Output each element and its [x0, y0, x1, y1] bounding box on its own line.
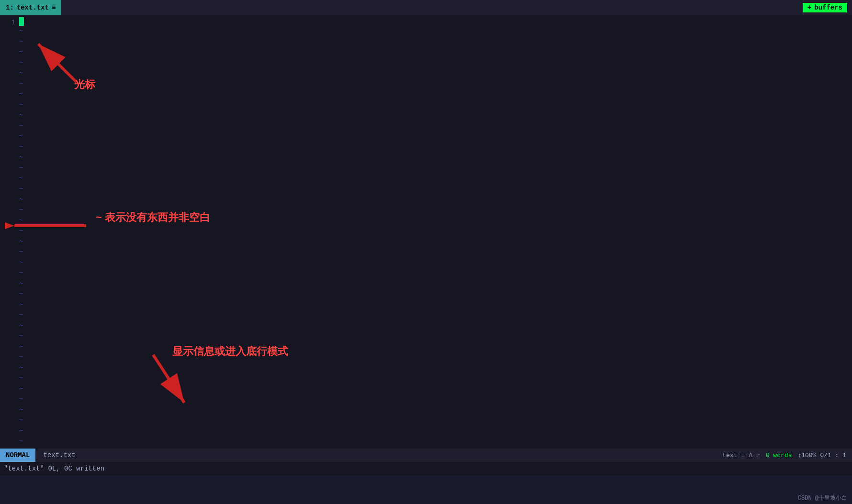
tab-left: 1: text.txt ≡: [0, 0, 61, 15]
status-words: 0 words: [764, 452, 794, 459]
tilde-line: ~: [19, 341, 852, 352]
editor-area[interactable]: 1 ~ ~ ~ ~ ~ ~ ~ ~ ~ ~ ~ ~ ~ ~ ~ ~ ~ ~ ~ …: [0, 15, 852, 449]
tilde-line: ~: [19, 57, 852, 68]
tilde-line: ~: [19, 184, 852, 194]
cursor-block: [19, 17, 24, 26]
tilde-line: ~: [19, 415, 852, 426]
tilde-line: ~: [19, 405, 852, 415]
tilde-line: ~: [19, 426, 852, 436]
tilde-line: ~: [19, 78, 852, 89]
status-filetype: text ≡: [722, 452, 745, 459]
tilde-line: ~: [19, 226, 852, 236]
tilde-line: ~: [19, 352, 852, 362]
tilde-line: ~: [19, 26, 852, 36]
tilde-line: ~: [19, 68, 852, 78]
tab-filename: text.txt: [17, 4, 49, 11]
tilde-line: ~: [19, 142, 852, 152]
cmd-line: "text.txt" 0L, 0C written: [0, 462, 852, 475]
tilde-line: ~: [19, 236, 852, 247]
tilde-line: ~: [19, 110, 852, 121]
status-mode: NORMAL: [0, 449, 35, 462]
status-percent: ↕100%: [797, 452, 816, 459]
status-line: NORMAL text.txt text ≡ Δ ⇌ 0 words ↕100%…: [0, 449, 852, 462]
tab-number: 1:: [6, 4, 14, 11]
tab-item[interactable]: 1: text.txt ≡: [0, 0, 61, 15]
tilde-line: ~: [19, 436, 852, 447]
tilde-line: ~: [19, 289, 852, 299]
tilde-line: ~: [19, 194, 852, 205]
tab-icon: ≡: [52, 4, 56, 11]
tilde-line: ~: [19, 47, 852, 57]
tilde-line: ~: [19, 89, 852, 99]
buffers-label: buffers: [814, 4, 842, 11]
tilde-line: ~: [19, 257, 852, 268]
filetype-text: text: [722, 452, 737, 459]
tilde-line: ~: [19, 163, 852, 173]
status-position: 0/1 : 1: [820, 452, 846, 459]
line-numbers: 1: [0, 15, 19, 449]
tilde-line: ~: [19, 383, 852, 394]
editor-content[interactable]: ~ ~ ~ ~ ~ ~ ~ ~ ~ ~ ~ ~ ~ ~ ~ ~ ~ ~ ~ ~ …: [19, 15, 852, 449]
tilde-line: ~: [19, 331, 852, 341]
tilde-line: ~: [19, 268, 852, 278]
tilde-line: ~: [19, 36, 852, 47]
tilde-line: ~: [19, 173, 852, 184]
delta-icon: Δ: [749, 452, 752, 459]
tab-bar: 1: text.txt ≡ + buffers: [0, 0, 852, 15]
filetype-icon: ≡: [741, 452, 745, 459]
cmd-text: "text.txt" 0L, 0C written: [4, 465, 104, 472]
tilde-line: ~: [19, 121, 852, 131]
line-number-1: 1: [5, 17, 15, 28]
cursor-line: [19, 17, 852, 26]
tilde-line: ~: [19, 131, 852, 142]
tilde-line: ~: [19, 99, 852, 110]
status-right: text ≡ Δ ⇌ 0 words ↕100% 0/1 : 1: [722, 451, 852, 459]
tilde-line: ~: [19, 299, 852, 310]
tilde-line: ~: [19, 278, 852, 289]
tilde-line: ~: [19, 310, 852, 320]
csdn-watermark: CSDN @十里坡小白: [798, 494, 847, 502]
tilde-line: ~: [19, 394, 852, 405]
tilde-lines: ~ ~ ~ ~ ~ ~ ~ ~ ~ ~ ~ ~ ~ ~ ~ ~ ~ ~ ~ ~ …: [19, 26, 852, 447]
tilde-line: ~: [19, 152, 852, 163]
tab-right: + buffers: [803, 3, 852, 12]
tilde-line: ~: [19, 362, 852, 373]
tilde-line: ~: [19, 320, 852, 331]
tilde-line: ~: [19, 247, 852, 257]
tilde-line: ~: [19, 373, 852, 383]
tilde-line: ~: [19, 205, 852, 215]
tilde-line: ~: [19, 215, 852, 226]
arrow-icon: ⇌: [756, 451, 760, 459]
buffers-button[interactable]: + buffers: [803, 3, 847, 12]
plus-icon: +: [807, 4, 811, 11]
status-filename: text.txt: [35, 451, 83, 459]
